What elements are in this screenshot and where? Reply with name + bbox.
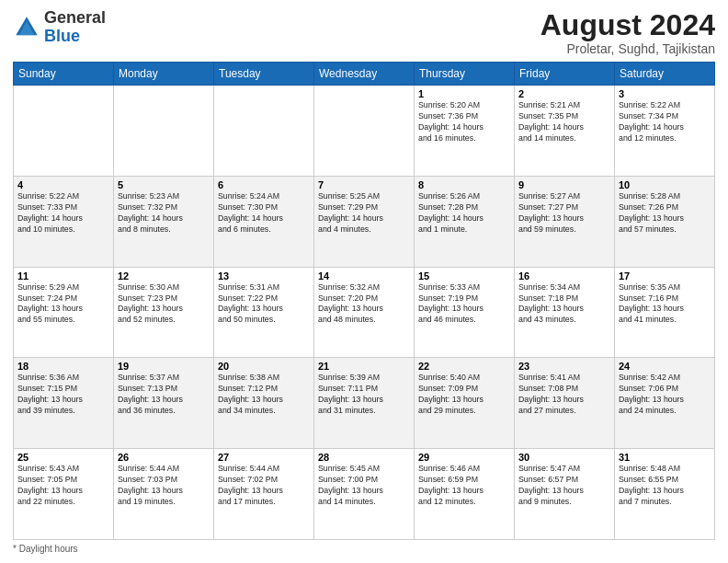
day-number: 18 — [17, 361, 109, 372]
day-info: Sunrise: 5:36 AM Sunset: 7:15 PM Dayligh… — [17, 373, 109, 417]
day-info: Sunrise: 5:23 AM Sunset: 7:32 PM Dayligh… — [118, 191, 210, 236]
day-info: Sunrise: 5:41 AM Sunset: 7:08 PM Dayligh… — [518, 373, 610, 417]
month-year: August 2024 — [540, 9, 715, 41]
calendar-cell: 17Sunrise: 5:35 AM Sunset: 7:16 PM Dayli… — [615, 267, 715, 358]
day-info: Sunrise: 5:32 AM Sunset: 7:20 PM Dayligh… — [318, 282, 410, 327]
day-header-thursday: Thursday — [415, 63, 515, 86]
day-number: 29 — [418, 452, 510, 463]
day-number: 27 — [218, 452, 310, 463]
day-number: 20 — [218, 361, 310, 372]
day-number: 7 — [318, 179, 410, 190]
day-header-saturday: Saturday — [615, 63, 715, 86]
day-info: Sunrise: 5:28 AM Sunset: 7:26 PM Dayligh… — [619, 191, 711, 236]
calendar-cell: 6Sunrise: 5:24 AM Sunset: 7:30 PM Daylig… — [214, 176, 314, 267]
week-row-2: 11Sunrise: 5:29 AM Sunset: 7:24 PM Dayli… — [14, 267, 715, 358]
day-info: Sunrise: 5:38 AM Sunset: 7:12 PM Dayligh… — [218, 373, 310, 417]
week-row-1: 4Sunrise: 5:22 AM Sunset: 7:33 PM Daylig… — [14, 176, 715, 267]
day-number: 16 — [518, 270, 610, 282]
calendar-cell: 15Sunrise: 5:33 AM Sunset: 7:19 PM Dayli… — [415, 267, 515, 358]
week-row-3: 18Sunrise: 5:36 AM Sunset: 7:15 PM Dayli… — [14, 358, 715, 449]
calendar-cell: 25Sunrise: 5:43 AM Sunset: 7:05 PM Dayli… — [14, 449, 114, 540]
day-header-friday: Friday — [515, 63, 615, 86]
day-number: 12 — [118, 270, 210, 282]
day-number: 1 — [418, 88, 510, 99]
calendar-cell: 31Sunrise: 5:48 AM Sunset: 6:55 PM Dayli… — [615, 449, 715, 540]
calendar-cell: 19Sunrise: 5:37 AM Sunset: 7:13 PM Dayli… — [114, 358, 214, 449]
day-number: 3 — [619, 88, 711, 99]
page: General Blue August 2024 Proletar, Sughd… — [0, 0, 728, 563]
calendar-cell — [214, 86, 314, 177]
calendar-cell: 9Sunrise: 5:27 AM Sunset: 7:27 PM Daylig… — [515, 176, 615, 267]
location: Proletar, Sughd, Tajikistan — [540, 41, 715, 56]
day-number: 17 — [619, 270, 711, 282]
day-info: Sunrise: 5:29 AM Sunset: 7:24 PM Dayligh… — [17, 282, 109, 327]
day-info: Sunrise: 5:42 AM Sunset: 7:06 PM Dayligh… — [619, 373, 711, 417]
calendar-cell — [314, 86, 415, 177]
logo-general: General — [44, 8, 106, 27]
calendar-cell: 22Sunrise: 5:40 AM Sunset: 7:09 PM Dayli… — [415, 358, 515, 449]
logo: General Blue — [13, 9, 106, 46]
calendar-cell: 18Sunrise: 5:36 AM Sunset: 7:15 PM Dayli… — [14, 358, 114, 449]
calendar-cell: 29Sunrise: 5:46 AM Sunset: 6:59 PM Dayli… — [415, 449, 515, 540]
calendar-cell: 30Sunrise: 5:47 AM Sunset: 6:57 PM Dayli… — [515, 449, 615, 540]
logo-text: General Blue — [44, 9, 106, 46]
day-number: 10 — [619, 179, 711, 190]
day-number: 28 — [318, 452, 410, 463]
calendar-cell: 26Sunrise: 5:44 AM Sunset: 7:03 PM Dayli… — [114, 449, 214, 540]
day-number: 23 — [518, 361, 610, 372]
day-header-sunday: Sunday — [14, 63, 114, 86]
calendar-cell: 27Sunrise: 5:44 AM Sunset: 7:02 PM Dayli… — [214, 449, 314, 540]
day-number: 26 — [118, 452, 210, 463]
day-info: Sunrise: 5:20 AM Sunset: 7:36 PM Dayligh… — [418, 100, 510, 144]
calendar-cell: 21Sunrise: 5:39 AM Sunset: 7:11 PM Dayli… — [314, 358, 415, 449]
calendar-cell: 7Sunrise: 5:25 AM Sunset: 7:29 PM Daylig… — [314, 176, 415, 267]
day-number: 6 — [218, 179, 310, 190]
day-header-monday: Monday — [114, 63, 214, 86]
day-info: Sunrise: 5:33 AM Sunset: 7:19 PM Dayligh… — [418, 282, 510, 327]
day-number: 30 — [518, 452, 610, 463]
day-info: Sunrise: 5:37 AM Sunset: 7:13 PM Dayligh… — [118, 373, 210, 417]
calendar-cell: 13Sunrise: 5:31 AM Sunset: 7:22 PM Dayli… — [214, 267, 314, 358]
footer-note-text: Daylight hours — [19, 544, 78, 554]
calendar-cell: 23Sunrise: 5:41 AM Sunset: 7:08 PM Dayli… — [515, 358, 615, 449]
day-info: Sunrise: 5:44 AM Sunset: 7:02 PM Dayligh… — [218, 464, 310, 508]
calendar-cell: 28Sunrise: 5:45 AM Sunset: 7:00 PM Dayli… — [314, 449, 415, 540]
logo-icon — [13, 14, 40, 41]
calendar-cell: 5Sunrise: 5:23 AM Sunset: 7:32 PM Daylig… — [114, 176, 214, 267]
calendar-cell: 10Sunrise: 5:28 AM Sunset: 7:26 PM Dayli… — [615, 176, 715, 267]
day-info: Sunrise: 5:44 AM Sunset: 7:03 PM Dayligh… — [118, 464, 210, 508]
calendar-cell: 14Sunrise: 5:32 AM Sunset: 7:20 PM Dayli… — [314, 267, 415, 358]
day-number: 2 — [518, 88, 610, 99]
day-info: Sunrise: 5:24 AM Sunset: 7:30 PM Dayligh… — [218, 191, 310, 236]
day-info: Sunrise: 5:21 AM Sunset: 7:35 PM Dayligh… — [518, 100, 610, 144]
day-info: Sunrise: 5:31 AM Sunset: 7:22 PM Dayligh… — [218, 282, 310, 327]
day-info: Sunrise: 5:35 AM Sunset: 7:16 PM Dayligh… — [619, 282, 711, 327]
calendar-cell: 4Sunrise: 5:22 AM Sunset: 7:33 PM Daylig… — [14, 176, 114, 267]
day-info: Sunrise: 5:47 AM Sunset: 6:57 PM Dayligh… — [518, 464, 610, 508]
day-info: Sunrise: 5:22 AM Sunset: 7:34 PM Dayligh… — [619, 100, 711, 144]
days-header-row: SundayMondayTuesdayWednesdayThursdayFrid… — [14, 63, 715, 86]
day-info: Sunrise: 5:40 AM Sunset: 7:09 PM Dayligh… — [418, 373, 510, 417]
day-number: 24 — [619, 361, 711, 372]
footer-note: * Daylight hours — [13, 544, 715, 554]
day-number: 5 — [118, 179, 210, 190]
day-number: 11 — [17, 270, 109, 282]
day-number: 9 — [518, 179, 610, 190]
day-header-tuesday: Tuesday — [214, 63, 314, 86]
calendar-cell: 12Sunrise: 5:30 AM Sunset: 7:23 PM Dayli… — [114, 267, 214, 358]
calendar-cell: 2Sunrise: 5:21 AM Sunset: 7:35 PM Daylig… — [515, 86, 615, 177]
day-number: 14 — [318, 270, 410, 282]
day-number: 8 — [418, 179, 510, 190]
day-info: Sunrise: 5:48 AM Sunset: 6:55 PM Dayligh… — [619, 464, 711, 508]
day-info: Sunrise: 5:45 AM Sunset: 7:00 PM Dayligh… — [318, 464, 410, 508]
day-info: Sunrise: 5:26 AM Sunset: 7:28 PM Dayligh… — [418, 191, 510, 236]
day-info: Sunrise: 5:34 AM Sunset: 7:18 PM Dayligh… — [518, 282, 610, 327]
day-number: 13 — [218, 270, 310, 282]
day-info: Sunrise: 5:22 AM Sunset: 7:33 PM Dayligh… — [17, 191, 109, 236]
calendar-cell — [14, 86, 114, 177]
day-number: 15 — [418, 270, 510, 282]
header: General Blue August 2024 Proletar, Sughd… — [13, 9, 715, 56]
day-info: Sunrise: 5:39 AM Sunset: 7:11 PM Dayligh… — [318, 373, 410, 417]
calendar-cell: 11Sunrise: 5:29 AM Sunset: 7:24 PM Dayli… — [14, 267, 114, 358]
calendar-cell: 16Sunrise: 5:34 AM Sunset: 7:18 PM Dayli… — [515, 267, 615, 358]
